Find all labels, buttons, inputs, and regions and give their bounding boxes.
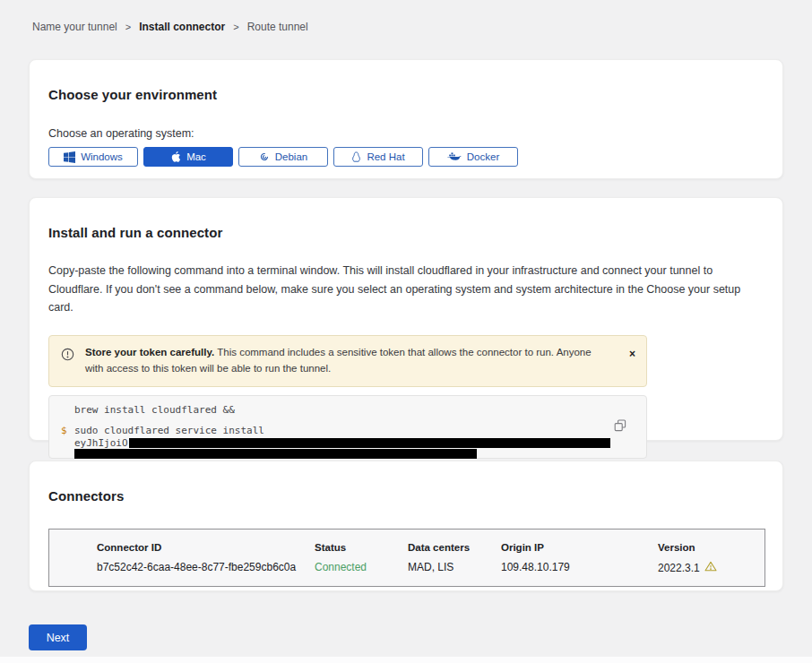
os-button-label: Red Hat <box>367 151 404 162</box>
column-header-status: Status <box>315 542 408 553</box>
warning-triangle-icon <box>704 561 717 574</box>
command-line-1: brew install cloudflared && <box>74 404 610 416</box>
windows-icon <box>64 151 75 163</box>
install-command-block: brew install cloudflared && $ sudo cloud… <box>48 395 647 459</box>
connectors-card-title: Connectors <box>48 488 764 504</box>
connectors-card: Connectors Connector ID Status Data cent… <box>29 461 783 591</box>
connector-id-cell: b7c52c42-6caa-48ee-8c77-fbe259cb6c0a <box>97 561 315 574</box>
debian-icon <box>259 151 270 162</box>
breadcrumb: Name your tunnel > Install connector > R… <box>32 21 308 33</box>
copy-icon[interactable] <box>614 419 626 435</box>
shell-prompt: $ <box>61 425 67 436</box>
os-select-label: Choose an operating system: <box>48 127 764 140</box>
environment-card: Choose your environment Choose an operat… <box>29 59 783 179</box>
breadcrumb-install-connector[interactable]: Install connector <box>139 21 225 33</box>
tunnel-setup-page: Name your tunnel > Install connector > R… <box>0 0 812 663</box>
token-warning-title: Store your token carefully. <box>85 347 214 357</box>
column-header-data-centers: Data centers <box>408 542 501 553</box>
column-header-connector-id: Connector ID <box>97 542 315 553</box>
token-warning-text: Store your token carefully. This command… <box>85 345 607 377</box>
next-button[interactable]: Next <box>29 624 87 650</box>
alert-circle-icon <box>61 348 74 365</box>
column-header-version: Version <box>658 542 764 553</box>
install-description: Copy-paste the following command into a … <box>48 262 764 317</box>
version-cell: 2022.3.1 <box>658 561 764 574</box>
os-button-debian[interactable]: Debian <box>238 147 328 167</box>
version-value: 2022.3.1 <box>658 562 700 574</box>
token-warning-banner: Store your token carefully. This command… <box>48 335 647 387</box>
connectors-table: Connector ID Status Data centers Origin … <box>48 529 765 587</box>
token-line: eyJhIjoiO <box>74 437 610 449</box>
install-card-title: Install and run a connector <box>48 225 764 240</box>
os-button-windows[interactable]: Windows <box>48 147 138 167</box>
command-text: sudo cloudflared service install <box>74 425 264 436</box>
os-button-docker[interactable]: Docker <box>428 147 518 167</box>
os-button-label: Windows <box>81 151 123 162</box>
apple-icon <box>170 151 181 163</box>
data-centers-cell: MAD, LIS <box>408 561 501 574</box>
install-card: Install and run a connector Copy-paste t… <box>29 197 783 441</box>
close-icon[interactable]: × <box>629 349 635 359</box>
redhat-linux-icon <box>351 151 361 163</box>
os-button-label: Debian <box>275 151 307 162</box>
os-button-label: Docker <box>467 151 499 162</box>
breadcrumb-name-your-tunnel[interactable]: Name your tunnel <box>32 21 117 33</box>
command-line-2: $ sudo cloudflared service install <box>74 425 610 436</box>
environment-card-title: Choose your environment <box>48 87 764 102</box>
table-row: b7c52c42-6caa-48ee-8c77-fbe259cb6c0a Con… <box>97 561 764 574</box>
redacted-token-bar <box>74 449 477 459</box>
connectors-table-header: Connector ID Status Data centers Origin … <box>97 542 764 553</box>
token-prefix: eyJhIjoiO <box>74 437 128 449</box>
page-bottom-strip <box>0 657 812 663</box>
origin-ip-cell: 109.48.10.179 <box>501 561 658 574</box>
os-button-redhat[interactable]: Red Hat <box>333 147 423 167</box>
os-button-mac[interactable]: Mac <box>143 147 233 167</box>
os-button-label: Mac <box>186 151 206 162</box>
docker-icon <box>447 151 462 162</box>
breadcrumb-separator: > <box>233 22 238 32</box>
redacted-token-bar <box>129 438 610 448</box>
breadcrumb-separator: > <box>125 22 131 32</box>
status-badge: Connected <box>315 561 408 574</box>
breadcrumb-route-tunnel[interactable]: Route tunnel <box>247 21 308 33</box>
os-button-group: Windows Mac Debian Red Hat <box>48 147 764 167</box>
column-header-origin-ip: Origin IP <box>501 542 658 553</box>
